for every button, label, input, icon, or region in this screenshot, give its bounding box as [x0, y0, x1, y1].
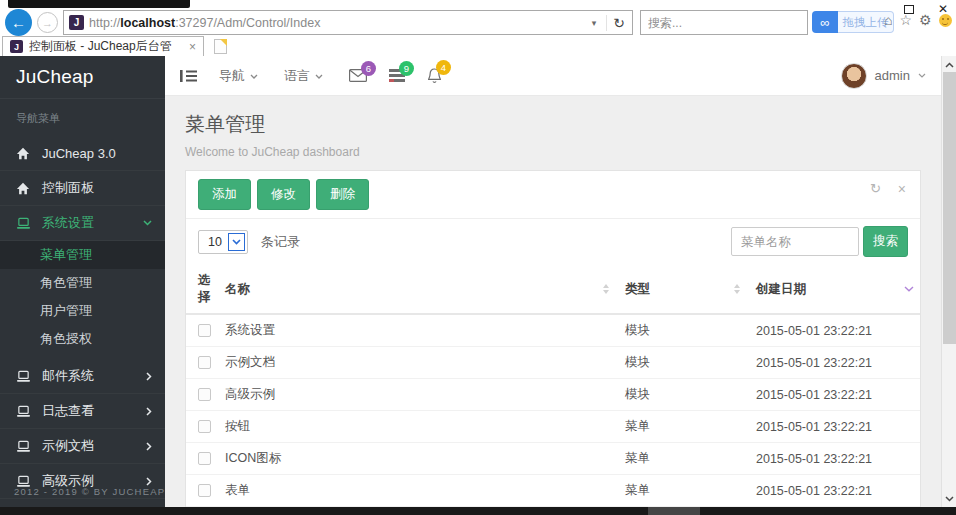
row-checkbox[interactable]: [198, 484, 211, 497]
sidebar-item-log-viewer[interactable]: 日志查看: [0, 394, 165, 429]
sidebar-item-label: 日志查看: [42, 402, 94, 420]
top-navbar: 导航 语言 6 9 4: [165, 56, 941, 96]
scrollbar-thumb[interactable]: [943, 72, 956, 344]
column-header-name[interactable]: 名称: [225, 265, 625, 314]
vertical-scrollbar[interactable]: [941, 56, 956, 507]
cell-name: 系统设置: [225, 314, 625, 347]
cell-date: 2015-05-01 23:22:21: [756, 411, 920, 443]
chevron-down-icon: [918, 73, 926, 78]
add-button[interactable]: 添加: [198, 179, 251, 210]
sidebar-section-label: 导航菜单: [0, 98, 165, 136]
sidebar-footer: 2012 - 2019 © BY JUCHEAP .: [0, 486, 165, 497]
page-title: 菜单管理: [185, 111, 921, 138]
cell-name: 高级示例: [225, 379, 625, 411]
scroll-down-icon[interactable]: [942, 491, 956, 506]
column-header-date[interactable]: 创建日期: [756, 265, 920, 314]
favorites-star-icon[interactable]: ☆: [899, 12, 912, 28]
table-row[interactable]: 按钮菜单2015-05-01 23:22:21: [186, 411, 920, 443]
browser-tab[interactable]: J 控制面板 - JuCheap后台管 ×: [2, 36, 204, 56]
tasks-badge: 9: [399, 61, 414, 76]
url-path: :37297/Adm/Control/Index: [175, 16, 320, 30]
tab-title: 控制面板 - JuCheap后台管: [29, 38, 183, 55]
browser-search-input[interactable]: [640, 10, 808, 35]
app-logo[interactable]: JuCheap: [0, 56, 165, 98]
row-checkbox[interactable]: [198, 420, 211, 433]
column-menu-chevron-icon[interactable]: [904, 286, 914, 292]
table-header-row: 选择 名称 类型 创建日期: [186, 265, 920, 314]
messages-button[interactable]: 6: [349, 69, 367, 82]
sidebar-item-sample-docs[interactable]: 示例文档: [0, 429, 165, 464]
new-tab-button[interactable]: [214, 39, 227, 54]
row-checkbox[interactable]: [198, 388, 211, 401]
sort-icon[interactable]: [734, 284, 740, 294]
username: admin: [875, 68, 910, 83]
sidebar-toggle-icon[interactable]: [180, 69, 197, 83]
page-size-value: 10: [208, 235, 222, 249]
column-header-label: 类型: [625, 282, 650, 296]
browser-toolbar-icons: ⌂ ☆ ⚙: [884, 12, 952, 28]
column-header-select: 选择: [186, 265, 225, 314]
url-text[interactable]: http://localhost:37297/Adm/Control/Index: [89, 16, 582, 30]
sidebar-subitem-user-management[interactable]: 用户管理: [0, 297, 165, 325]
feedback-smiley-icon[interactable]: [939, 14, 952, 27]
user-menu[interactable]: admin: [841, 63, 926, 89]
messages-badge: 6: [361, 61, 376, 76]
gear-icon[interactable]: ⚙: [919, 12, 932, 28]
table-row[interactable]: 示例文档模块2015-05-01 23:22:21: [186, 347, 920, 379]
sidebar: JuCheap 导航菜单 JuCheap 3.0 控制面板 系统设置 菜单管理 …: [0, 56, 165, 507]
table-row[interactable]: 表单菜单2015-05-01 23:22:21: [186, 475, 920, 507]
content-card: 添加 修改 删除 ↻ × 10 条记录 搜索: [185, 170, 921, 507]
site-favicon: J: [69, 15, 84, 30]
chevron-down-icon: [315, 74, 323, 79]
main-area: 导航 语言 6 9 4: [165, 56, 941, 507]
table-row[interactable]: 高级示例模块2015-05-01 23:22:21: [186, 379, 920, 411]
chevron-down-icon: [143, 220, 152, 226]
page-size-select[interactable]: 10: [198, 230, 248, 254]
page-subtitle: Welcome to JuCheap dashboard: [185, 145, 921, 159]
tasks-button[interactable]: 9: [389, 69, 405, 82]
card-refresh-icon[interactable]: ↻: [870, 181, 881, 197]
url-bar[interactable]: J http://localhost:37297/Adm/Control/Ind…: [63, 10, 633, 35]
refresh-icon[interactable]: ↻: [606, 15, 627, 31]
language-menu-dropdown[interactable]: 语言: [284, 67, 323, 85]
forward-button[interactable]: →: [37, 12, 58, 33]
sidebar-item-control-panel[interactable]: 控制面板: [0, 171, 165, 206]
forward-arrow-icon: →: [42, 17, 53, 29]
table-row[interactable]: 系统设置模块2015-05-01 23:22:21: [186, 314, 920, 347]
sidebar-submenu: 菜单管理 角色管理 用户管理 角色授权: [0, 241, 165, 353]
sidebar-subitem-role-management[interactable]: 角色管理: [0, 269, 165, 297]
cell-type: 模块: [625, 347, 756, 379]
cloud-pan-icon[interactable]: ∞: [812, 11, 838, 33]
taskbar-button-sliver: [648, 507, 700, 515]
row-checkbox[interactable]: [198, 324, 211, 337]
menu-name-filter-input[interactable]: [731, 227, 859, 256]
sidebar-item-system-settings[interactable]: 系统设置: [0, 206, 165, 241]
column-header-type[interactable]: 类型: [625, 265, 756, 314]
url-dropdown-icon[interactable]: ▾: [587, 18, 602, 28]
sidebar-subitem-menu-management[interactable]: 菜单管理: [0, 241, 165, 269]
row-checkbox[interactable]: [198, 356, 211, 369]
sidebar-subitem-role-authorization[interactable]: 角色授权: [0, 325, 165, 353]
edit-button[interactable]: 修改: [257, 179, 310, 210]
table-row[interactable]: ICON图标菜单2015-05-01 23:22:21: [186, 443, 920, 475]
row-checkbox[interactable]: [198, 452, 211, 465]
search-button[interactable]: 搜索: [863, 226, 908, 257]
sort-icon[interactable]: [603, 284, 609, 294]
cell-type: 模块: [625, 314, 756, 347]
chevron-right-icon: [146, 442, 152, 451]
back-button[interactable]: ←: [5, 9, 32, 36]
card-close-icon[interactable]: ×: [898, 181, 906, 197]
delete-button[interactable]: 删除: [316, 179, 369, 210]
avatar: [841, 63, 867, 89]
home-icon[interactable]: ⌂: [884, 12, 892, 28]
sidebar-item-label: JuCheap 3.0: [42, 146, 116, 161]
notifications-button[interactable]: 4: [427, 68, 442, 84]
sidebar-item-jucheap-30[interactable]: JuCheap 3.0: [0, 136, 165, 171]
cloud-upload-control[interactable]: ∞ 拖拽上传: [812, 11, 894, 33]
sidebar-item-mail-system[interactable]: 邮件系统: [0, 359, 165, 394]
scroll-up-icon[interactable]: [942, 57, 956, 72]
tab-close-icon[interactable]: ×: [189, 40, 196, 54]
nav-menu-label: 导航: [219, 67, 245, 85]
nav-menu-dropdown[interactable]: 导航: [219, 67, 258, 85]
chevron-right-icon: [146, 372, 152, 381]
